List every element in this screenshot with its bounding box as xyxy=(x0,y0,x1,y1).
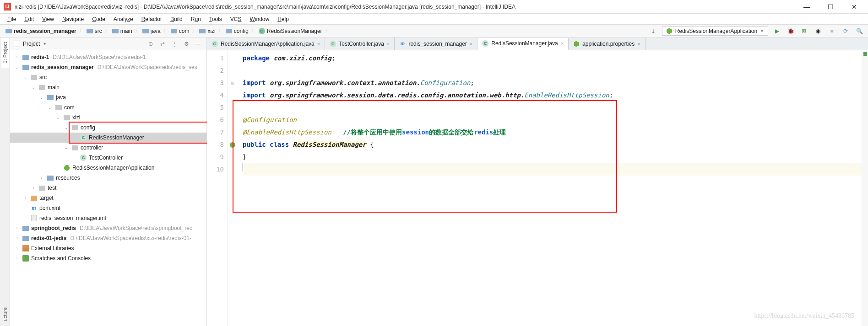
expander-icon[interactable]: › xyxy=(14,235,20,241)
expander-icon[interactable]: › xyxy=(14,245,20,251)
expander-icon[interactable] xyxy=(55,165,61,171)
tree-row[interactable]: ›resources xyxy=(10,173,206,183)
editor-tab[interactable]: application.properties× xyxy=(569,37,646,50)
close-tab-icon[interactable]: × xyxy=(561,41,564,46)
tree-row[interactable]: ›External Libraries xyxy=(10,243,206,253)
expander-icon[interactable]: › xyxy=(30,185,37,191)
menu-vcs[interactable]: VCS xyxy=(227,15,245,23)
menu-refactor[interactable]: Refactor xyxy=(138,15,166,23)
tree-row[interactable]: mpom.xml xyxy=(10,203,206,213)
folder-icon xyxy=(38,184,46,192)
menu-analyze[interactable]: Analyze xyxy=(110,15,137,23)
expand-all-button[interactable]: ⇄ xyxy=(158,39,167,48)
hide-button[interactable]: ― xyxy=(194,39,203,48)
side-tab-project[interactable]: 1: Project xyxy=(1,37,9,68)
breadcrumb-class[interactable]: CRedisSessionManager xyxy=(257,27,324,35)
menu-file[interactable]: File xyxy=(4,15,20,23)
breadcrumb-main[interactable]: main xyxy=(110,27,134,35)
menu-code[interactable]: Code xyxy=(88,15,109,23)
expander-icon[interactable] xyxy=(22,215,28,221)
coverage-button[interactable]: ⛨ xyxy=(799,26,809,36)
minimize-button[interactable]: ― xyxy=(797,0,817,13)
expander-icon[interactable]: › xyxy=(14,225,20,231)
project-tree[interactable]: ›redis-1D:\IDEA\JavaWorkSpace\redis\redi… xyxy=(10,50,206,326)
stop-button[interactable]: ■ xyxy=(827,26,837,36)
menu-help[interactable]: Help xyxy=(274,15,293,23)
expander-icon[interactable]: ⌄ xyxy=(38,94,45,101)
expander-icon[interactable]: › xyxy=(14,255,20,262)
search-button[interactable]: 🔍 xyxy=(854,26,864,36)
close-tab-icon[interactable]: × xyxy=(387,41,390,47)
debug-button[interactable]: 🐞 xyxy=(786,26,796,36)
menu-run[interactable]: Run xyxy=(187,15,205,23)
fold-icon[interactable]: ⊞ xyxy=(231,80,234,86)
breadcrumb-module[interactable]: redis_session_manager xyxy=(4,27,78,35)
tree-row[interactable]: ⌄xizi xyxy=(10,112,206,123)
run-button[interactable]: ▶ xyxy=(772,26,782,36)
expander-icon[interactable]: ⌄ xyxy=(30,84,37,91)
tree-row[interactable]: RedisSessionManagerApplication xyxy=(10,163,206,173)
expander-icon[interactable]: › xyxy=(22,195,28,201)
close-tab-icon[interactable]: × xyxy=(637,41,640,47)
spring-bean-icon[interactable] xyxy=(230,142,235,148)
editor-tab[interactable]: mredis_session_manager× xyxy=(395,37,477,50)
expander-icon[interactable]: ⌄ xyxy=(63,124,70,131)
menu-edit[interactable]: Edit xyxy=(21,15,38,23)
menu-navigate[interactable]: Navigate xyxy=(59,15,87,23)
tree-label: RedisSessionManager xyxy=(89,134,144,141)
expander-icon[interactable]: ⌄ xyxy=(55,114,61,121)
editor-tab[interactable]: CTestController.java× xyxy=(325,37,395,50)
editor-tab[interactable]: CRedisSessionManager.java× xyxy=(477,38,569,50)
breadcrumb-xizi[interactable]: xizi xyxy=(197,27,217,35)
tree-row[interactable]: ⌄redis_session_managerD:\IDEA\JavaWorkSp… xyxy=(10,62,206,72)
tree-row[interactable]: ›redis-01-jedisD:\IDEA\JavaWorkSpace\red… xyxy=(10,233,206,243)
breadcrumb-src[interactable]: src xyxy=(85,27,104,35)
menu-window[interactable]: Window xyxy=(246,15,273,23)
tree-row[interactable]: ⌄controller xyxy=(10,143,206,153)
menu-view[interactable]: View xyxy=(38,15,58,23)
expander-icon[interactable]: ⌄ xyxy=(14,64,20,70)
expander-icon[interactable]: ⌄ xyxy=(63,144,70,151)
build-button[interactable]: ⤓ xyxy=(648,26,658,36)
tree-row[interactable]: CRedisSessionManager xyxy=(10,133,206,143)
profile-button[interactable]: ◉ xyxy=(813,26,823,36)
tree-row[interactable]: ⌄com xyxy=(10,102,206,112)
side-tab-structure[interactable]: ucture xyxy=(1,303,9,326)
menu-tools[interactable]: Tools xyxy=(206,15,226,23)
tree-row[interactable]: CTestController xyxy=(10,153,206,163)
close-tab-icon[interactable]: × xyxy=(317,41,320,47)
run-config-selector[interactable]: RedisSessionManagerApplication ▼ xyxy=(662,27,768,36)
tree-row[interactable]: ›springboot_redisD:\IDEA\JavaWorkSpace\r… xyxy=(10,223,206,233)
collapse-all-button[interactable]: ⋮ xyxy=(170,39,179,48)
close-button[interactable]: ✕ xyxy=(844,0,864,13)
expander-icon[interactable] xyxy=(71,134,78,141)
tree-row[interactable]: ›redis-1D:\IDEA\JavaWorkSpace\redis\redi… xyxy=(10,52,206,62)
tree-row[interactable]: ⌄main xyxy=(10,82,206,92)
tree-path: D:\IDEA\JavaWorkSpace\redis\redis-1 xyxy=(53,54,146,60)
maximize-button[interactable]: ☐ xyxy=(820,0,841,13)
breadcrumb-config[interactable]: config xyxy=(224,27,250,35)
expander-icon[interactable] xyxy=(22,205,28,211)
expander-icon[interactable]: › xyxy=(14,54,20,60)
tree-row[interactable]: ⌄src xyxy=(10,72,206,82)
tree-row[interactable]: ⌄java xyxy=(10,92,206,102)
close-tab-icon[interactable]: × xyxy=(470,41,472,47)
menu-build[interactable]: Build xyxy=(167,15,186,23)
settings-button[interactable]: ⚙ xyxy=(182,39,191,48)
gutter-marks: ⊞ xyxy=(228,50,237,326)
expander-icon[interactable]: › xyxy=(38,175,45,181)
breadcrumb-java[interactable]: java xyxy=(141,27,163,35)
expander-icon[interactable]: ⌄ xyxy=(22,74,28,80)
tree-row[interactable]: ›Scratches and Consoles xyxy=(10,253,206,263)
code-content[interactable]: package com.xizi.config; import org.spri… xyxy=(237,50,862,326)
tree-row[interactable]: ⌄config xyxy=(10,123,206,133)
expander-icon[interactable]: ⌄ xyxy=(47,104,53,111)
tree-row[interactable]: ›test xyxy=(10,183,206,193)
git-update-button[interactable]: ⟳ xyxy=(841,26,851,36)
tree-row[interactable]: ›target xyxy=(10,193,206,203)
tree-row[interactable]: redis_session_manager.iml xyxy=(10,213,206,223)
editor-tab[interactable]: CRedisSessionManagerApplication.java× xyxy=(207,37,325,50)
expander-icon[interactable] xyxy=(71,155,78,161)
breadcrumb-com[interactable]: com xyxy=(169,27,191,35)
select-opened-file-button[interactable]: ⊙ xyxy=(146,39,155,48)
